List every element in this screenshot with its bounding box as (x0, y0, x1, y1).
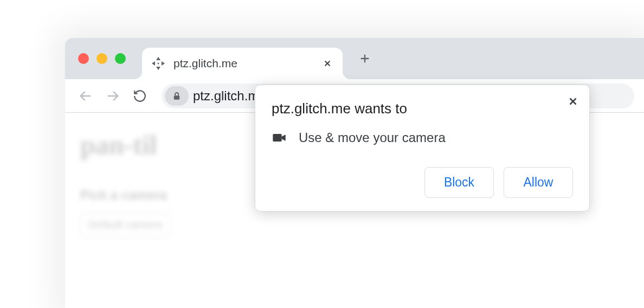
window-minimize-button[interactable] (96, 53, 107, 64)
permission-prompt: ptz.glitch.me wants to Use & move your c… (255, 85, 590, 211)
window-close-button[interactable] (78, 53, 89, 64)
svg-rect-1 (273, 134, 281, 142)
window-controls (78, 53, 126, 64)
back-button[interactable] (75, 85, 96, 107)
camera-icon (272, 130, 287, 145)
block-button[interactable]: Block (424, 167, 494, 198)
camera-select[interactable]: Default camera (80, 213, 170, 237)
reload-icon (133, 89, 147, 103)
allow-button[interactable]: Allow (504, 167, 573, 198)
tab-strip: ptz.glitch.me (65, 38, 644, 79)
new-tab-button[interactable] (359, 53, 371, 65)
close-icon (567, 95, 579, 107)
arrow-right-icon (105, 88, 120, 104)
permission-row: Use & move your camera (272, 130, 573, 145)
lock-icon (172, 91, 182, 101)
tab-title: ptz.glitch.me (173, 57, 322, 70)
site-info-button[interactable] (165, 86, 189, 106)
prompt-close-button[interactable] (566, 95, 579, 108)
arrow-left-icon (78, 88, 93, 104)
tab-close-button[interactable] (322, 58, 333, 69)
browser-window: ptz.glitch.me ptz.glitch.me pan-til (65, 38, 644, 308)
forward-button[interactable] (102, 85, 124, 107)
browser-tab[interactable]: ptz.glitch.me (142, 48, 343, 79)
permission-text: Use & move your camera (299, 130, 446, 145)
plus-icon (359, 53, 371, 65)
window-zoom-button[interactable] (115, 53, 126, 64)
close-icon (323, 59, 332, 68)
prompt-title: ptz.glitch.me wants to (272, 100, 573, 117)
tab-favicon-move-icon (152, 57, 165, 70)
reload-button[interactable] (129, 85, 151, 107)
prompt-actions: Block Allow (272, 167, 573, 198)
svg-rect-0 (174, 95, 180, 100)
